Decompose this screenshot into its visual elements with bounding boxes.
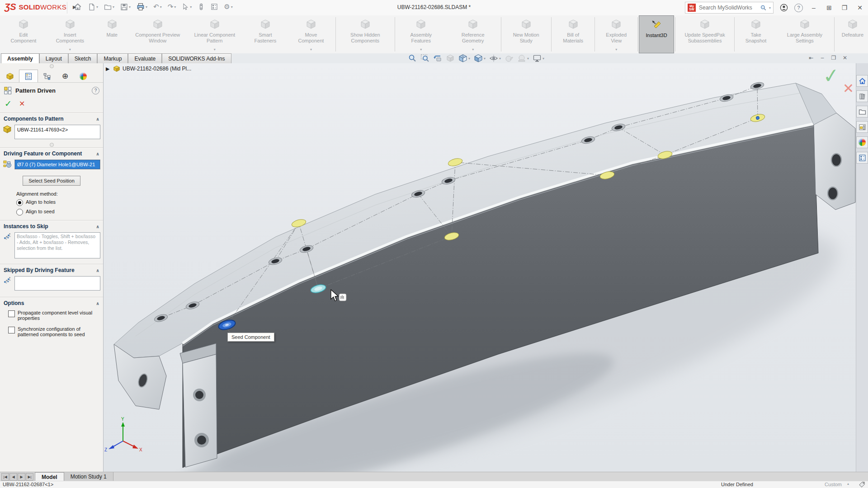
last-tab-icon[interactable]: ▶|	[26, 473, 33, 481]
doc-restore-icon[interactable]: ❐	[830, 55, 837, 61]
featuremanager-tab[interactable]	[1, 70, 19, 82]
ribbon-assembly-features[interactable]: Assembly Features▾	[396, 15, 446, 53]
options-header[interactable]: Options∧	[0, 297, 103, 308]
ribbon-mate[interactable]: Mate	[95, 15, 129, 53]
ribbon-insert-components[interactable]: Insert Components▾	[45, 15, 95, 53]
display-style-icon[interactable]: ▾	[474, 54, 486, 63]
restore-button[interactable]: ❐	[840, 4, 849, 11]
collapse-icon[interactable]: ∧	[96, 301, 99, 306]
pm-cancel-button[interactable]: ✕	[19, 99, 25, 108]
propagate-visual-properties-option[interactable]: Propagate component level visual propert…	[0, 308, 103, 322]
ribbon-edit-component[interactable]: Edit Component	[2, 15, 45, 53]
feature-tree-flyout-icon[interactable]: ▶	[106, 66, 109, 72]
ribbon-new-motion-study[interactable]: New Motion Study	[502, 15, 550, 53]
skipped-list[interactable]	[14, 276, 100, 291]
search-icon[interactable]	[760, 5, 767, 11]
dropdown-icon[interactable]: ▾	[420, 47, 422, 52]
appearances-icon[interactable]	[856, 136, 868, 148]
edit-appearance-icon[interactable]	[505, 54, 514, 63]
driving-feature-list[interactable]: Ø7.0 (7) Diameter Hole1@UBW-21	[14, 160, 100, 169]
confirm-cancel-button[interactable]: ✕	[843, 80, 854, 96]
collapse-icon[interactable]: ∧	[96, 151, 99, 156]
graphics-viewport[interactable]: Y X Z ▶ UBW-21162-02686 (Mid Pl... ✓ ✕ S…	[103, 63, 856, 472]
home-tab-icon[interactable]	[856, 75, 868, 87]
confirm-ok-button[interactable]: ✓	[821, 63, 840, 88]
zoom-to-area-icon[interactable]	[420, 54, 429, 63]
motion-study-tab[interactable]: Motion Study 1	[64, 472, 113, 481]
panel-splitter[interactable]	[0, 63, 103, 69]
ribbon-component-preview-window[interactable]: Component Preview Window	[129, 15, 186, 53]
ribbon-reference-geometry[interactable]: Reference Geometry▾	[446, 15, 500, 53]
component-item[interactable]: UBW-21161-47693<2>	[15, 125, 100, 134]
ribbon-instant3d[interactable]: Instant3D	[639, 15, 674, 53]
search-box[interactable]: My SW ▾	[685, 2, 774, 14]
displaymanager-tab[interactable]	[74, 70, 92, 82]
zoom-to-fit-icon[interactable]	[408, 54, 417, 63]
checkbox-icon[interactable]	[8, 310, 15, 317]
dock-pane-icon[interactable]: ⇤	[807, 55, 815, 61]
dropdown-icon[interactable]: ▾	[214, 47, 216, 52]
dropdown-icon[interactable]: ▾	[615, 47, 617, 52]
tab-layout[interactable]: Layout	[39, 53, 68, 63]
previous-view-icon[interactable]	[433, 54, 442, 63]
checkbox-icon[interactable]	[8, 327, 15, 333]
ribbon-move-component[interactable]: Move Component▾	[288, 15, 335, 53]
pm-ok-button[interactable]: ✓	[5, 99, 12, 109]
section-view-icon[interactable]	[446, 54, 455, 63]
model-tab[interactable]: Model	[35, 472, 64, 481]
span-displays-button[interactable]: ⊞	[825, 4, 834, 11]
right-flange-hole[interactable]	[831, 154, 841, 166]
hide-show-items-icon[interactable]: ▾	[489, 54, 501, 63]
select-seed-position-button[interactable]: Select Seed Position	[23, 176, 80, 186]
close-button[interactable]: ✕	[855, 4, 864, 11]
first-tab-icon[interactable]: |◀	[1, 473, 9, 481]
align-to-holes-option[interactable]: Align to holes	[0, 197, 103, 207]
tab-solidworks-add-ins[interactable]: SOLIDWORKS Add-Ins	[162, 53, 231, 63]
dimxpertmanager-tab[interactable]: ⊕	[56, 70, 74, 82]
apply-scene-icon[interactable]: ▾	[517, 54, 529, 63]
custom-dropdown-icon[interactable]: ▴	[847, 482, 849, 486]
view-orientation-icon[interactable]: ▾	[458, 54, 470, 63]
left-bracket-hole[interactable]	[197, 436, 206, 445]
model-3d-view[interactable]: Y X Z	[103, 63, 856, 472]
search-input[interactable]	[698, 4, 758, 11]
doc-close-icon[interactable]: ✕	[841, 55, 849, 61]
tag-icon[interactable]	[859, 481, 865, 488]
ribbon-take-snapshot[interactable]: Take Snapshot	[736, 15, 776, 53]
breadcrumb[interactable]: UBW-21162-02686 (Mid Pl...	[113, 65, 191, 72]
search-dropdown-icon[interactable]: ▾	[769, 6, 771, 10]
collapse-icon[interactable]: ∧	[96, 117, 99, 122]
next-tab-icon[interactable]: ▶	[18, 473, 25, 481]
user-account-icon[interactable]	[780, 4, 788, 12]
ribbon-linear-component-pattern[interactable]: Linear Component Pattern▾	[186, 15, 243, 53]
dropdown-icon[interactable]: ▾	[472, 47, 474, 52]
radio-selected-icon[interactable]	[16, 199, 23, 206]
design-library-icon[interactable]	[856, 90, 868, 102]
right-flange-hole[interactable]	[828, 187, 838, 200]
help-icon[interactable]: ?	[794, 4, 803, 12]
tab-sketch[interactable]: Sketch	[68, 53, 98, 63]
pm-help-icon[interactable]: ?	[92, 87, 99, 94]
file-explorer-icon[interactable]	[856, 106, 868, 117]
ribbon-show-hidden-components[interactable]: Show Hidden Components	[337, 15, 394, 53]
left-bracket-face[interactable]	[183, 354, 217, 467]
doc-minimize-icon[interactable]: –	[819, 55, 826, 61]
components-to-pattern-header[interactable]: Components to Pattern∧	[0, 113, 103, 124]
minimize-button[interactable]: –	[809, 4, 818, 11]
ribbon-exploded-view[interactable]: Exploded View▾	[596, 15, 637, 53]
view-palette-icon[interactable]	[856, 121, 868, 133]
tab-evaluate[interactable]: Evaluate	[128, 53, 162, 63]
instances-to-skip-header[interactable]: Instances to Skip∧	[0, 221, 103, 231]
driving-feature-header[interactable]: Driving Feature or Component∧	[0, 148, 103, 159]
skipped-by-driving-header[interactable]: Skipped By Driving Feature∧	[0, 264, 103, 275]
custom-properties-icon[interactable]	[856, 152, 868, 164]
ribbon-defeature[interactable]: Defeature	[835, 15, 868, 53]
prev-tab-icon[interactable]: ◀	[9, 473, 17, 481]
list-resize-handle[interactable]	[0, 142, 103, 147]
synchronize-configuration-option[interactable]: Synchronize configuration of patterned c…	[0, 324, 103, 338]
ribbon-bill-of-materials[interactable]: Bill of Materials	[552, 15, 594, 53]
ribbon-smart-fasteners[interactable]: Smart Fasteners	[243, 15, 288, 53]
configurationmanager-tab[interactable]	[38, 70, 56, 82]
collapse-icon[interactable]: ∧	[96, 268, 99, 273]
dropdown-icon[interactable]: ▾	[69, 47, 71, 52]
